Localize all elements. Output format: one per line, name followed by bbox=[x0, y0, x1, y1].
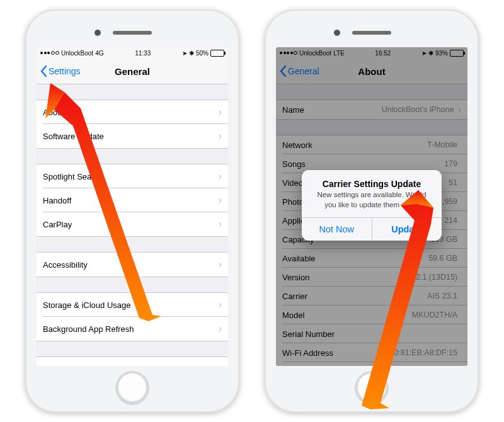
carrier-label: UnlockBoot bbox=[299, 50, 331, 57]
chevron-right-icon: › bbox=[219, 324, 222, 334]
nav-bar: Settings General bbox=[37, 59, 228, 84]
signal-strength-icon bbox=[280, 51, 297, 55]
back-button[interactable]: Settings bbox=[40, 59, 81, 84]
chevron-left-icon bbox=[280, 66, 287, 77]
chevron-right-icon: › bbox=[219, 364, 222, 366]
back-label: Settings bbox=[49, 66, 81, 76]
about-row: Wi-Fi Address70:81:EB:A8:DF:15 bbox=[276, 343, 467, 362]
about-row: Version10.2.1 (13D15) bbox=[276, 268, 467, 287]
alert-message: New settings are available. Would you li… bbox=[302, 190, 442, 217]
chevron-right-icon: › bbox=[219, 107, 222, 117]
iphone-left: UnlockBoot 4G 11:33 ➤ ✱ 50% Settings Gen… bbox=[25, 9, 239, 413]
row-label: Name bbox=[282, 105, 304, 115]
earpiece-speaker-icon bbox=[113, 31, 152, 35]
clock: 16:52 bbox=[375, 50, 391, 57]
home-button[interactable] bbox=[355, 371, 389, 405]
settings-row[interactable]: Software Update› bbox=[37, 124, 228, 148]
chevron-left-icon bbox=[40, 66, 47, 77]
chevron-right-icon: › bbox=[219, 171, 222, 181]
settings-row[interactable]: Background App Refresh› bbox=[37, 317, 228, 341]
page-title: About bbox=[358, 66, 385, 77]
row-value: 179 bbox=[444, 159, 457, 168]
battery-icon bbox=[210, 50, 224, 57]
settings-row[interactable]: Storage & iCloud Usage› bbox=[37, 293, 228, 317]
settings-row[interactable]: Spotlight Search› bbox=[37, 164, 228, 188]
settings-row[interactable]: Accessibility› bbox=[37, 253, 228, 277]
about-row: Bluetooth70:81:EB:A8:DF:16 bbox=[276, 362, 467, 366]
network-label: 4G bbox=[95, 50, 103, 57]
battery-pct: 50% bbox=[196, 50, 209, 57]
chevron-right-icon: › bbox=[219, 219, 222, 229]
about-row: Serial Number bbox=[276, 324, 467, 343]
screen-general: UnlockBoot 4G 11:33 ➤ ✱ 50% Settings Gen… bbox=[37, 47, 228, 366]
chevron-right-icon: › bbox=[219, 300, 222, 310]
battery-pct: 93% bbox=[435, 50, 448, 57]
carrier-label: UnlockBoot bbox=[61, 50, 93, 57]
bluetooth-icon: ✱ bbox=[428, 50, 433, 57]
row-value: UnlockBoot's iPhone bbox=[382, 105, 454, 114]
location-icon: ➤ bbox=[421, 50, 427, 57]
row-label: Network bbox=[282, 140, 312, 150]
back-label: General bbox=[288, 66, 319, 76]
network-label: LTE bbox=[333, 50, 345, 57]
row-value: AIS 23.1 bbox=[427, 292, 457, 300]
update-button[interactable]: Update bbox=[372, 218, 442, 241]
carrier-settings-alert: Carrier Settings Update New settings are… bbox=[302, 170, 442, 241]
back-button[interactable]: General bbox=[280, 59, 319, 84]
row-label: Background App Refresh bbox=[43, 324, 134, 334]
front-camera-icon bbox=[334, 30, 340, 36]
clock: 11:33 bbox=[135, 50, 151, 57]
status-bar: UnlockBoot 4G 11:33 ➤ ✱ 50% bbox=[37, 47, 228, 59]
about-row: ModelMKUD2TH/A bbox=[276, 305, 467, 324]
row-label: CarPlay bbox=[43, 220, 72, 229]
row-label: Software Update bbox=[43, 132, 104, 141]
screen-about: UnlockBoot LTE 16:52 ➤ ✱ 93% General Abo… bbox=[276, 47, 467, 366]
row-label: Spotlight Search bbox=[43, 172, 103, 181]
row-label: Version bbox=[282, 273, 309, 282]
battery-icon bbox=[450, 50, 464, 57]
row-value: 10.2.1 (13D15) bbox=[405, 273, 457, 282]
signal-strength-icon bbox=[40, 51, 59, 55]
row-label: Serial Number bbox=[282, 329, 335, 339]
iphone-right: UnlockBoot LTE 16:52 ➤ ✱ 93% General Abo… bbox=[265, 9, 479, 413]
status-bar: UnlockBoot LTE 16:52 ➤ ✱ 93% bbox=[276, 47, 467, 59]
row-label: Songs bbox=[282, 159, 306, 169]
row-value: On bbox=[204, 365, 215, 366]
row-label: Model bbox=[282, 311, 304, 320]
chevron-right-icon: › bbox=[219, 259, 222, 270]
settings-row[interactable]: CarPlay› bbox=[37, 212, 228, 236]
row-value: 51 bbox=[449, 178, 457, 187]
chevron-right-icon: › bbox=[219, 131, 222, 141]
row-value: 70:81:EB:A8:DF:15 bbox=[389, 348, 457, 357]
chevron-right-icon: › bbox=[219, 195, 222, 205]
about-row: NetworkT-Mobile bbox=[276, 135, 467, 154]
alert-title: Carrier Settings Update bbox=[302, 170, 442, 190]
row-label: Accessibility bbox=[43, 260, 88, 270]
bluetooth-icon: ✱ bbox=[189, 50, 194, 57]
chevron-right-icon: › bbox=[458, 105, 461, 115]
earpiece-speaker-icon bbox=[352, 31, 391, 35]
settings-row[interactable]: About› bbox=[37, 100, 228, 124]
row-label: Carrier bbox=[282, 292, 307, 301]
row-label: Wi-Fi Address bbox=[282, 348, 333, 358]
row-label: About bbox=[43, 108, 64, 117]
not-now-button[interactable]: Not Now bbox=[302, 218, 372, 241]
row-label: Available bbox=[282, 254, 316, 263]
home-button[interactable] bbox=[115, 371, 149, 405]
row-label: Handoff bbox=[43, 196, 71, 205]
settings-row[interactable]: RestrictionsOn› bbox=[37, 357, 228, 366]
nav-bar: General About bbox=[276, 59, 467, 84]
row-label: Storage & iCloud Usage bbox=[43, 300, 130, 310]
about-row[interactable]: NameUnlockBoot's iPhone› bbox=[276, 100, 467, 119]
front-camera-icon bbox=[94, 30, 101, 36]
about-row: Available59.6 GB bbox=[276, 249, 467, 268]
row-value: MKUD2TH/A bbox=[412, 311, 457, 319]
row-value: 214 bbox=[444, 216, 457, 225]
settings-row[interactable]: Handoff› bbox=[37, 188, 228, 212]
row-label: Restrictions bbox=[43, 365, 86, 367]
about-row: CarrierAIS 23.1 bbox=[276, 287, 467, 305]
page-title: General bbox=[115, 66, 150, 77]
location-icon: ➤ bbox=[182, 50, 187, 57]
row-value: T-Mobile bbox=[427, 140, 457, 149]
row-value: 59.6 GB bbox=[428, 254, 457, 263]
